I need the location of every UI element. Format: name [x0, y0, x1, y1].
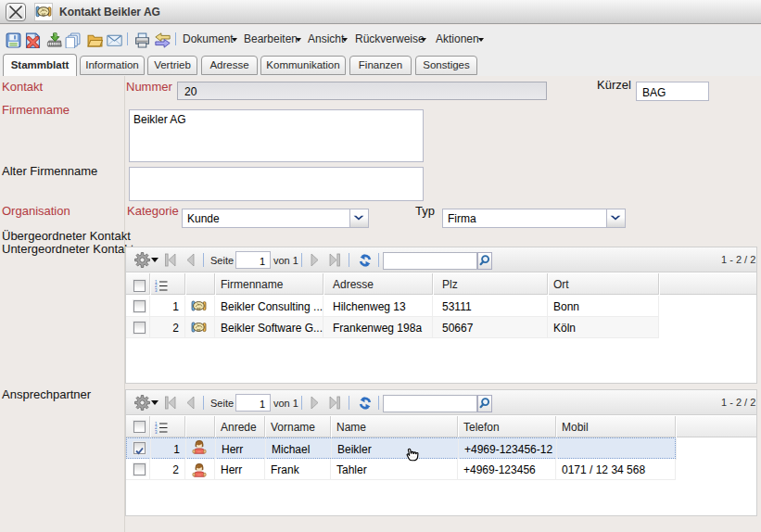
svg-text:3: 3 — [155, 288, 158, 293]
svg-text:3: 3 — [155, 430, 158, 435]
